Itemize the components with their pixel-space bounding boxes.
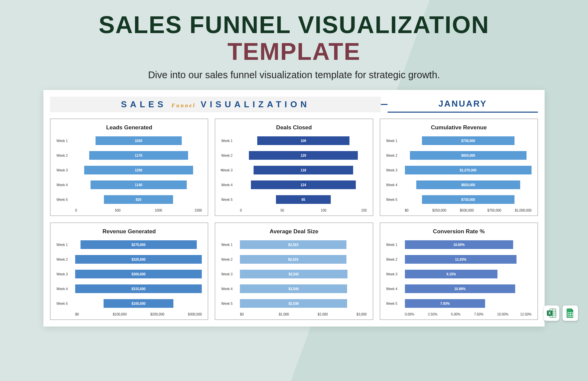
bar-value: 1290 (135, 168, 142, 172)
bar-row: Week 2129 (221, 150, 366, 161)
bar-value: 129 (301, 154, 306, 157)
excel-icon: X (544, 305, 559, 321)
bar-row: Week 5$730,000 (386, 194, 532, 205)
bar-category-label: Week 5 (221, 302, 237, 305)
dashboard-title-part2: VISUALIZATION (201, 99, 310, 109)
x-tick: 2.50% (428, 312, 451, 316)
bar-row: Week 410.88% (386, 283, 532, 294)
bar-value: 10.69% (453, 243, 465, 247)
bar-category-label: Week 4 (221, 287, 237, 291)
sheets-icon (563, 305, 578, 321)
bar-fill: $920,000 (410, 151, 527, 160)
bar-row: Week 11020 (56, 135, 202, 146)
bar-category-label: Week 1 (56, 139, 72, 143)
bar-value: $325,000 (132, 258, 146, 261)
bar-fill: $730,000 (422, 136, 514, 145)
bar-value: 9.15% (446, 272, 456, 276)
x-tick: $200,000 (150, 312, 188, 316)
bar-category-label: Week 2 (221, 154, 237, 157)
bar-track: $2,540 (240, 284, 366, 293)
bar-track: 10.69% (405, 240, 532, 249)
bar-fill: $820,000 (416, 180, 520, 189)
bars-area: Week 11020Week 21170Week 31290Week 41140… (56, 135, 202, 205)
chart-card: Conversion Rate %Week 110.69%Week 211.03… (380, 223, 538, 320)
x-tick: 150 (361, 209, 367, 212)
bar-fill: $2,538 (240, 299, 347, 308)
bar-track: $730,000 (405, 136, 532, 145)
bar-value: 124 (301, 183, 306, 187)
x-tick: $250,000 (432, 209, 460, 212)
bar-row: Week 3118 (221, 164, 366, 176)
bar-fill: $2,540 (240, 284, 347, 293)
bar-fill: 820 (104, 195, 173, 204)
bar-track: $275,000 (75, 240, 202, 249)
bar-category-label: Week 1 (386, 243, 402, 247)
bar-row: Week 5820 (56, 194, 202, 205)
bar-category-label: Week 4 (386, 287, 402, 291)
bar-row: Week 1$2,523 (221, 239, 366, 250)
bar-row: Week 2$2,519 (221, 254, 366, 265)
bar-fill: 129 (249, 151, 358, 160)
x-axis: $0$250,000$500,000$750,000$1,000,000 (405, 209, 532, 212)
x-tick: 1000 (155, 209, 194, 212)
chart-card: Deals ClosedxWeek 1109Week 2129Week 3118… (215, 119, 373, 216)
chart-card: Leads GeneratedWeek 11020Week 21170Week … (50, 119, 208, 216)
bars-area: Week 1$2,523Week 2$2,519Week 3$2,542Week… (221, 239, 366, 309)
bar-category-label: Week 2 (56, 258, 72, 261)
bar-value: $920,000 (461, 154, 475, 157)
bar-value: 1170 (135, 154, 142, 157)
bar-fill: 1020 (96, 136, 182, 145)
x-tick: 100 (321, 209, 361, 212)
x-tick: 12.50% (520, 312, 532, 316)
bar-track: $325,000 (75, 255, 202, 264)
bar-row: Week 565 (221, 194, 366, 205)
bar-track: 11.03% (405, 255, 532, 264)
bar-fill: 124 (251, 180, 356, 189)
bar-value: $275,000 (132, 243, 146, 247)
bar-category-label: Week 4 (386, 183, 402, 187)
bar-fill: $275,000 (81, 240, 197, 249)
bar-row: Week 1$275,000 (56, 239, 202, 250)
bar-value: 109 (301, 139, 306, 143)
bar-fill: 11.03% (405, 255, 517, 264)
bars-area: Week 110.69%Week 211.03%Week 39.15%Week … (386, 239, 532, 309)
bar-category-label: Week 4 (221, 183, 237, 187)
x-tick: $1,000 (279, 312, 318, 316)
bar-row: Week 1109 (221, 135, 366, 146)
bar-row: Week 4$315,000 (56, 283, 202, 294)
x-tick: 50 (280, 209, 321, 212)
bar-value: 118 (301, 168, 306, 172)
bar-row: Week 57.93% (386, 298, 532, 309)
bar-category-label: Week 3 (386, 272, 402, 276)
bar-value: $730,000 (461, 139, 475, 143)
bar-category-label: Week 2 (56, 154, 72, 157)
x-tick: $500,000 (460, 209, 487, 212)
bar-track: 118 (240, 166, 366, 174)
bar-row: Week 5$2,538 (221, 298, 366, 309)
x-tick: $300,000 (188, 312, 202, 316)
dashboard-title-wrap: SALES Funnel VISUALIZATION (50, 97, 381, 112)
bars-area: Week 1$730,000Week 2$920,000Week 3$1,070… (386, 135, 532, 205)
bar-value: $315,000 (132, 287, 146, 291)
bar-category-label: Week 1 (56, 243, 72, 247)
bar-value: $2,523 (288, 243, 299, 247)
x-tick: 5.00% (451, 312, 474, 316)
x-tick: $2,000 (318, 312, 356, 316)
bar-category-label: Week 3 (56, 168, 72, 172)
bar-track: 1020 (75, 136, 202, 145)
bar-track: 1140 (75, 180, 202, 189)
bar-fill: $2,542 (240, 270, 347, 278)
bar-row: Week 3$300,000 (56, 268, 202, 280)
bar-fill: 1170 (89, 151, 188, 160)
dashboard-month: JANUARY (438, 99, 487, 109)
x-tick: $0 (75, 312, 113, 316)
chart-title: Average Deal Size (221, 228, 366, 235)
chart-title: Conversion Rate % (386, 228, 532, 235)
bar-fill: 65 (276, 195, 331, 204)
x-tick: $0 (240, 312, 279, 316)
bar-track: 9.15% (405, 270, 532, 278)
x-axis: 050010001500 (75, 209, 202, 212)
bar-category-label: Week 5 (56, 198, 72, 202)
title-line-1: SALES FUNNEL VISUALIZATION (0, 13, 588, 37)
bar-track: $2,519 (240, 255, 366, 264)
